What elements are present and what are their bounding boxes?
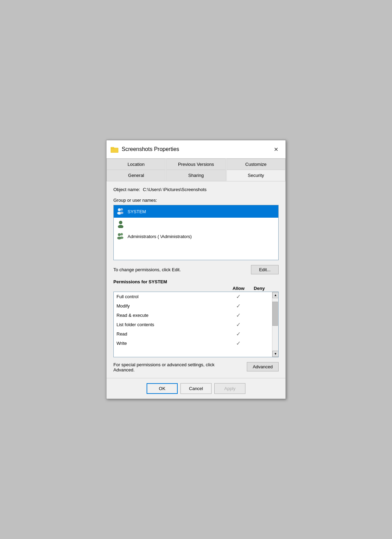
title-bar: Screenshots Properties ✕ [106, 140, 286, 159]
permissions-helper-text: To change permissions, click Edit. [113, 267, 181, 272]
svg-point-8 [118, 233, 121, 236]
perm-name-full-control: Full control [116, 294, 228, 299]
perm-row-read-execute: Read & execute ✓ [114, 311, 278, 320]
perm-name-list-folder: List folder contents [116, 322, 228, 327]
advanced-button[interactable]: Advanced [247, 362, 279, 371]
permissions-helper-row: To change permissions, click Edit. Edit.… [113, 265, 279, 274]
svg-point-5 [120, 212, 123, 214]
title-bar-left: Screenshots Properties [111, 146, 179, 153]
advanced-text: For special permissions or advanced sett… [113, 362, 224, 372]
svg-point-11 [120, 237, 123, 239]
object-name-row: Object name: C:\Users\ \Pictures\Screens… [113, 187, 279, 192]
edit-button[interactable]: Edit... [251, 265, 279, 274]
svg-point-2 [118, 208, 121, 211]
ok-button[interactable]: OK [147, 383, 178, 394]
content-area: Object name: C:\Users\ \Pictures\Screens… [106, 181, 286, 378]
tab-row-2: General Sharing Security [106, 170, 286, 181]
scrollbar-thumb[interactable] [272, 302, 278, 326]
check-icon: ✓ [236, 312, 241, 318]
scrollbar-track[interactable] [272, 298, 278, 351]
perm-name-write: Write [116, 341, 228, 346]
check-icon: ✓ [236, 322, 241, 328]
tab-sharing[interactable]: Sharing [166, 170, 225, 181]
perm-allow-list-folder: ✓ [228, 321, 249, 328]
perm-name-modify: Modify [116, 303, 228, 309]
administrators-icon [116, 232, 125, 240]
perm-allow-modify: ✓ [228, 303, 249, 309]
check-icon: ✓ [236, 340, 241, 346]
check-icon: ✓ [236, 303, 241, 309]
dialog-title: Screenshots Properties [122, 146, 179, 152]
perm-row-list-folder: List folder contents ✓ [114, 320, 278, 329]
user-item-user[interactable] [114, 218, 278, 230]
object-name-label: Object name: [113, 187, 140, 192]
apply-button[interactable]: Apply [214, 383, 245, 394]
scroll-down-arrow[interactable]: ▼ [272, 351, 279, 357]
perm-header-allow: Allow [228, 286, 249, 291]
permissions-section-label: Permissions for SYSTEM [113, 279, 279, 284]
tab-row-1: Location Previous Versions Customize [106, 159, 286, 170]
system-icon [116, 207, 125, 216]
permissions-header: Allow Deny [113, 286, 279, 291]
tab-customize[interactable]: Customize [226, 159, 286, 170]
perm-header-name [116, 286, 228, 291]
perm-name-read: Read [116, 331, 228, 337]
perm-row-full-control: Full control ✓ [114, 292, 278, 301]
perm-allow-read-execute: ✓ [228, 312, 249, 319]
user-name-administrators: Administrators ( \Administrators) [128, 234, 192, 239]
tab-security[interactable]: Security [226, 170, 286, 181]
user-list[interactable]: SYSTEM [113, 205, 279, 260]
svg-point-7 [118, 225, 123, 228]
scroll-up-arrow[interactable]: ▲ [272, 292, 279, 298]
scrollbar[interactable]: ▲ ▼ [272, 292, 278, 357]
perm-header-deny: Deny [249, 286, 270, 291]
tab-location[interactable]: Location [106, 159, 166, 170]
svg-point-10 [121, 233, 123, 236]
advanced-row: For special permissions or advanced sett… [113, 362, 279, 372]
close-button[interactable]: ✕ [270, 144, 281, 155]
svg-point-6 [119, 221, 122, 224]
perm-allow-read: ✓ [228, 331, 249, 337]
tab-previous-versions[interactable]: Previous Versions [166, 159, 225, 170]
svg-point-4 [121, 208, 123, 211]
check-icon: ✓ [236, 294, 241, 300]
user-item-administrators[interactable]: Administrators ( \Administrators) [114, 230, 278, 243]
user-item-system[interactable]: SYSTEM [114, 205, 278, 218]
check-icon: ✓ [236, 331, 241, 337]
perm-name-read-execute: Read & execute [116, 313, 228, 318]
tab-general[interactable]: General [106, 170, 166, 181]
svg-rect-1 [111, 147, 114, 149]
button-bar: OK Cancel Apply [106, 378, 286, 399]
perm-row-read: Read ✓ [114, 329, 278, 339]
perm-allow-write: ✓ [228, 340, 249, 347]
cancel-button[interactable]: Cancel [180, 383, 212, 394]
perm-row-modify: Modify ✓ [114, 301, 278, 311]
user-name-system: SYSTEM [128, 209, 146, 214]
object-name-value: C:\Users\ \Pictures\Screenshots [143, 187, 206, 192]
dialog-window: Screenshots Properties ✕ Location Previo… [106, 140, 286, 399]
folder-icon [111, 146, 119, 153]
perm-row-write: Write ✓ [114, 339, 278, 348]
user-icon [116, 220, 125, 228]
perm-allow-full-control: ✓ [228, 293, 249, 300]
permissions-table[interactable]: Full control ✓ Modify ✓ Read & execute ✓ [113, 292, 279, 357]
group-label: Group or user names: [113, 198, 279, 203]
